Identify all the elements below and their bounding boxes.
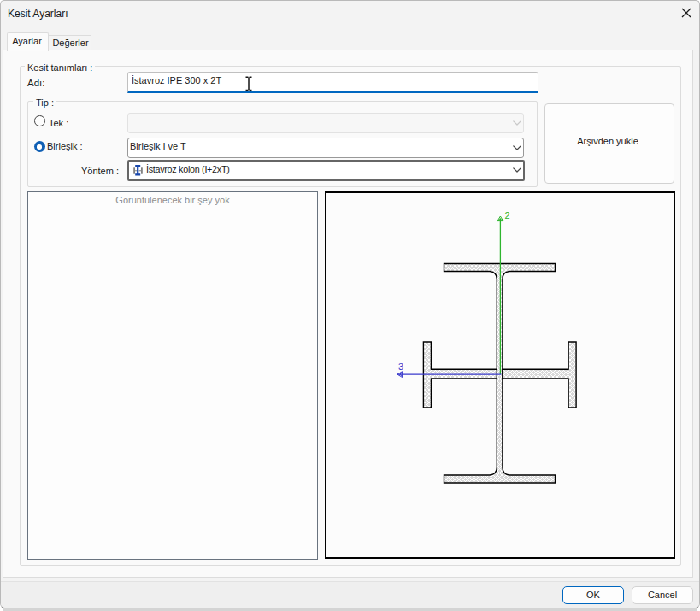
svg-text:2: 2 [505,210,510,220]
svg-text:3: 3 [398,361,403,372]
